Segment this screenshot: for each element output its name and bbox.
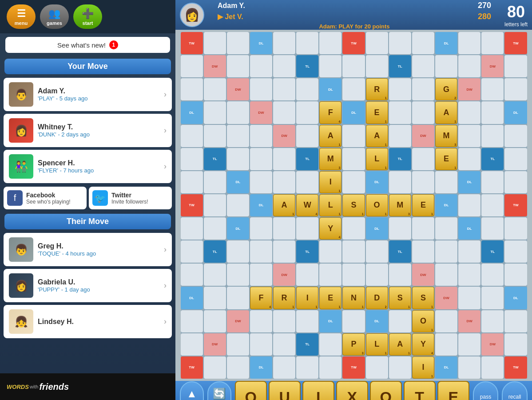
rack-tile-q[interactable]: Q10: [235, 381, 267, 400]
cell: TW: [504, 356, 527, 379]
cell: M3: [319, 148, 341, 170]
pass-button[interactable]: pass: [473, 381, 499, 400]
cell: O1: [366, 194, 388, 216]
cell: [181, 217, 203, 240]
letters-count: 80: [504, 3, 528, 21]
chevron-icon-spencer: ›: [164, 162, 167, 171]
player1-score: 270: [478, 1, 491, 10]
cell: S1: [412, 287, 434, 309]
rack-tile-u[interactable]: U1: [269, 381, 301, 400]
games-button[interactable]: 👥 games: [40, 4, 69, 29]
cell: DL: [504, 287, 527, 309]
bottom-tray: ▲ more 🔄 swap Q10U1I1X8O1T1E1 pass recal…: [175, 381, 532, 400]
game-item-spencer[interactable]: 👫 Spencer H. 'FLYER' - 7 hours ago ›: [4, 150, 172, 183]
cell: TL: [481, 148, 504, 170]
cell: I1: [412, 356, 434, 379]
cell: [366, 32, 388, 54]
toolbar: ☰ menu 👥 games ➕ start: [0, 0, 175, 33]
cell: S1: [389, 287, 411, 309]
cell: A1: [435, 101, 457, 124]
cell: [412, 101, 434, 124]
recall-button[interactable]: recall: [502, 381, 528, 400]
rack-tiles: Q10U1I1X8O1T1E1: [235, 381, 469, 400]
facebook-info: Facebook See who's playing!: [26, 192, 71, 205]
cell: DL: [435, 32, 457, 54]
cell: [319, 264, 341, 286]
cell: TL: [296, 55, 318, 77]
cell: [250, 333, 272, 356]
cell: [181, 171, 203, 193]
cell: [481, 78, 504, 100]
cell: [227, 333, 249, 356]
cell: [273, 78, 295, 100]
cell: TL: [296, 333, 318, 356]
cell: [250, 240, 272, 263]
turn-status: Adam: PLAY for 20 points: [209, 23, 500, 30]
cell: [204, 217, 226, 240]
cell: A1: [273, 194, 295, 216]
cell: DL: [227, 217, 249, 240]
cell: Y4: [319, 217, 341, 240]
rack-tile-t[interactable]: T1: [404, 381, 436, 400]
cell: [296, 264, 318, 286]
game-item-whitney[interactable]: 👩 Whitney T. 'DUNK' - 2 days ago ›: [4, 114, 172, 147]
player1-name: Adam Y.: [218, 2, 245, 10]
logo: WORDS with friends: [0, 373, 175, 400]
new-banner[interactable]: See what's new! 1: [5, 37, 170, 53]
cell: DW: [481, 55, 504, 77]
cell: DW: [273, 264, 295, 286]
avatar-lindsey: 👧: [9, 309, 33, 334]
cell: E1: [319, 287, 341, 309]
cell: [458, 125, 480, 147]
start-button[interactable]: ➕ start: [73, 4, 102, 29]
game-item-greg[interactable]: 👦 Greg H. 'TOQUE' - 4 hours ago ›: [4, 233, 172, 266]
cell: R1: [273, 287, 295, 309]
rack-tile-x[interactable]: X8: [336, 381, 368, 400]
cell: [296, 310, 318, 332]
cell: DL: [504, 101, 527, 124]
player-word-gabriela: 'PUPPY' - 1 day ago: [38, 286, 159, 293]
cell: L1: [319, 194, 341, 216]
cell: [458, 101, 480, 124]
cell: [181, 310, 203, 332]
cell: [389, 101, 411, 124]
cell: DL: [342, 101, 365, 124]
twitter-button[interactable]: 🐦 Twitter Invite followers!: [89, 187, 172, 209]
rack-tile-o[interactable]: O1: [370, 381, 402, 400]
rack-tile-e[interactable]: E1: [437, 381, 469, 400]
cell: [458, 148, 480, 170]
cell: [273, 217, 295, 240]
game-item-gabriela[interactable]: 👩 Gabriela U. 'PUPPY' - 1 day ago ›: [4, 269, 172, 302]
rack-tile-i[interactable]: I1: [302, 381, 334, 400]
cell: [504, 125, 527, 147]
cell: [273, 310, 295, 332]
player2-score: 280: [478, 12, 491, 21]
cell: [481, 125, 504, 147]
cell: [481, 287, 504, 309]
cell: [227, 101, 249, 124]
game-item-lindsey[interactable]: 👧 Lindsey H. ›: [4, 305, 172, 338]
cell: [227, 240, 249, 263]
left-panel: ☰ menu 👥 games ➕ start See what's new! 1…: [0, 0, 175, 400]
facebook-button[interactable]: f Facebook See who's playing!: [4, 187, 87, 209]
menu-button[interactable]: ☰ menu: [7, 4, 36, 29]
cell: DL: [250, 194, 272, 216]
twitter-name: Twitter: [111, 192, 148, 199]
game-info-adam: Adam Y. 'PLAY' - 5 days ago: [38, 87, 159, 102]
player-word-adam: 'PLAY' - 5 days ago: [38, 95, 159, 102]
more-button[interactable]: ▲ more: [180, 381, 204, 400]
game-header: 👩 Adam Y. 270 ▶ Jet V. 280 Adam: PLAY fo…: [175, 0, 532, 30]
cell: DL: [366, 171, 388, 193]
cell: [389, 264, 411, 286]
cell: [366, 264, 388, 286]
game-item-adam[interactable]: 👨 Adam Y. 'PLAY' - 5 days ago ›: [4, 78, 172, 111]
avatar-adam: 👨: [9, 82, 33, 107]
cell: M3: [435, 125, 457, 147]
cell: DL: [319, 78, 341, 100]
cell: [504, 217, 527, 240]
cell: [389, 32, 411, 54]
swap-button[interactable]: 🔄 swap: [207, 381, 231, 400]
cell: TW: [181, 32, 203, 54]
cell: [481, 101, 504, 124]
their-move-header: Their Move: [4, 214, 171, 229]
